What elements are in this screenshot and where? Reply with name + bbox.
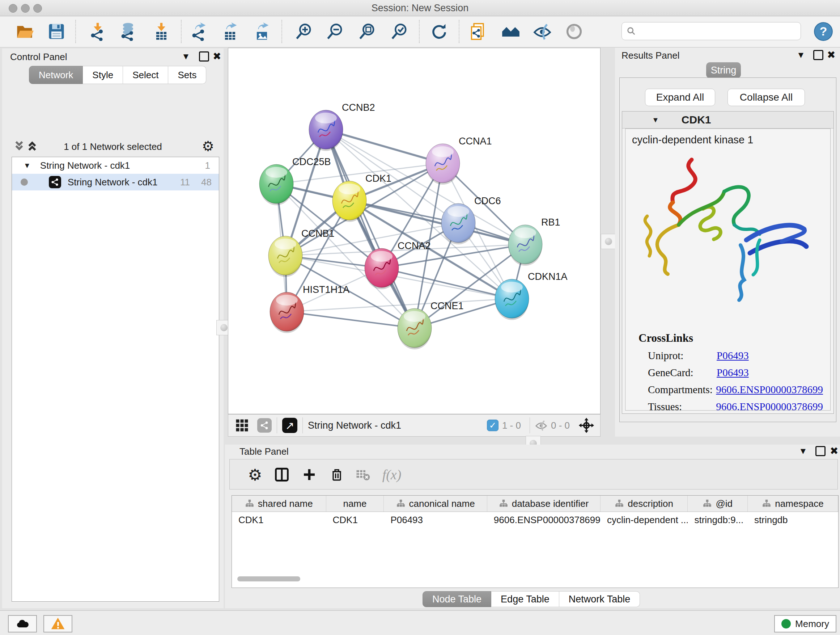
export-table-icon[interactable] xyxy=(220,21,240,42)
column-header[interactable]: @id xyxy=(688,496,748,511)
collection-count: 1 xyxy=(205,160,210,171)
cell-canonical-name[interactable]: P06493 xyxy=(384,512,487,528)
cell-database-identifier[interactable]: 9606.ENSP00000378699 xyxy=(487,512,600,528)
crosslink-link[interactable]: P06493 xyxy=(717,367,749,379)
warnings-button[interactable] xyxy=(43,615,73,632)
export-network-icon[interactable] xyxy=(189,21,209,42)
show-all-icon[interactable] xyxy=(564,21,584,42)
add-column-icon[interactable] xyxy=(299,464,319,485)
tab-network-table[interactable]: Network Table xyxy=(559,591,640,607)
show-columns-icon[interactable] xyxy=(272,464,292,485)
column-header[interactable]: description xyxy=(600,496,688,511)
clone-network-icon[interactable] xyxy=(469,21,489,42)
cell-description[interactable]: cyclin-dependent ... xyxy=(600,512,688,528)
tab-string-results[interactable]: String xyxy=(706,62,741,78)
network-edge[interactable] xyxy=(382,268,512,299)
column-header[interactable]: name xyxy=(326,496,384,511)
table-panel-close-icon[interactable]: ✖ xyxy=(830,446,838,456)
memory-button[interactable]: Memory xyxy=(774,615,836,632)
network-share-view-icon[interactable] xyxy=(257,418,272,432)
zoom-in-icon[interactable] xyxy=(294,21,314,42)
control-panel-float-icon[interactable] xyxy=(199,51,209,62)
results-panel-menu-icon[interactable]: ▼ xyxy=(797,51,805,59)
gene-card-header[interactable]: ▼ CDK1 xyxy=(622,111,834,128)
node-label: RB1 xyxy=(541,217,561,228)
tab-edge-table[interactable]: Edge Table xyxy=(491,591,559,607)
collapse-all-button[interactable]: Collapse All xyxy=(728,89,805,106)
toolbar-separator xyxy=(75,20,76,43)
pan-crosshair-icon[interactable] xyxy=(578,417,594,433)
selected-nodes-checkbox[interactable]: ✓ xyxy=(487,420,499,431)
zoom-fit-icon[interactable] xyxy=(357,21,377,42)
network-collection-row[interactable]: ▼ String Network - cdk1 1 xyxy=(12,157,219,174)
control-panel-menu-icon[interactable]: ▼ xyxy=(182,52,190,61)
network-edge[interactable] xyxy=(349,201,525,244)
network-node-ccnb1[interactable]: CCNB1 xyxy=(268,228,335,277)
grid-view-icon[interactable] xyxy=(235,419,248,432)
tab-select[interactable]: Select xyxy=(123,66,168,84)
cell-id[interactable]: stringdb:9... xyxy=(688,512,748,528)
crosslink-row: Uniprot:P06493 xyxy=(638,350,823,362)
cell-shared-name[interactable]: CDK1 xyxy=(232,512,326,528)
crosslink-link[interactable]: P06493 xyxy=(717,350,749,362)
string-network-graph[interactable]: CCNB2CCNA1CDC25BCDK1CDC6RB1CCNB1CCNA2CDK… xyxy=(228,48,600,414)
column-header[interactable]: database identifier xyxy=(487,496,600,511)
table-row[interactable]: CDK1 CDK1 P06493 9606.ENSP00000378699 cy… xyxy=(232,512,838,528)
crosslink-link[interactable]: 9606.ENSP00000378699 xyxy=(716,384,823,396)
results-panel-float-icon[interactable] xyxy=(813,50,823,60)
cell-namespace[interactable]: stringdb xyxy=(748,512,838,528)
import-table-file-icon[interactable] xyxy=(151,21,172,42)
column-header[interactable]: canonical name xyxy=(384,496,487,511)
gene-symbol: CDK1 xyxy=(682,114,711,126)
network-node-ccne1[interactable]: CCNE1 xyxy=(398,301,464,349)
network-edge[interactable] xyxy=(287,312,415,328)
cloud-status-button[interactable] xyxy=(8,615,37,632)
results-panel-close-icon[interactable]: ✖ xyxy=(827,50,835,60)
table-panel-menu-icon[interactable]: ▼ xyxy=(799,447,807,455)
right-splitter-handle[interactable] xyxy=(601,234,616,249)
network-node-ccna1[interactable]: CCNA1 xyxy=(426,136,492,185)
import-network-database-icon[interactable] xyxy=(118,21,138,42)
network-node-cdkn1a[interactable]: CDKN1A xyxy=(495,271,568,320)
search-input[interactable] xyxy=(640,26,796,37)
help-icon[interactable]: ? xyxy=(813,21,834,42)
network-list-options-gear-icon[interactable]: ⚙ xyxy=(202,138,214,154)
toolbar-separator xyxy=(459,20,459,43)
import-network-file-icon[interactable] xyxy=(88,21,108,42)
network-node-cdk1[interactable]: CDK1 xyxy=(332,173,392,222)
zoom-selected-icon[interactable] xyxy=(389,21,409,42)
delete-column-trash-icon[interactable] xyxy=(327,464,347,485)
network-node-rb1[interactable]: RB1 xyxy=(508,217,561,266)
network-edge[interactable] xyxy=(326,130,443,163)
refresh-icon[interactable] xyxy=(429,21,449,42)
node-table-header: shared name name canonical name database… xyxy=(232,496,838,512)
birdseye-view-icon[interactable]: ↗ xyxy=(282,418,297,433)
expand-all-button[interactable]: Expand All xyxy=(645,89,715,106)
crosslink-label: Tissues: xyxy=(648,401,716,410)
gene-collapse-icon[interactable]: ▼ xyxy=(652,116,659,124)
table-panel-float-icon[interactable] xyxy=(815,446,826,456)
tab-style[interactable]: Style xyxy=(83,66,123,84)
open-session-icon[interactable] xyxy=(14,21,35,42)
export-image-icon[interactable] xyxy=(252,21,272,42)
tab-node-table[interactable]: Node Table xyxy=(423,591,491,607)
network-canvas[interactable]: CCNB2CCNA1CDC25BCDK1CDC6RB1CCNB1CCNA2CDK… xyxy=(228,48,600,414)
first-neighbors-icon[interactable] xyxy=(501,21,521,42)
column-header[interactable]: namespace xyxy=(748,496,838,511)
crosslink-link[interactable]: 9606.ENSP00000378699 xyxy=(716,401,823,410)
search-icon xyxy=(626,26,636,36)
network-edge[interactable] xyxy=(326,130,415,328)
table-options-gear-icon[interactable]: ⚙ xyxy=(245,464,265,485)
tab-sets[interactable]: Sets xyxy=(168,66,206,84)
tab-network[interactable]: Network xyxy=(29,66,83,84)
hide-selected-icon[interactable] xyxy=(532,21,553,42)
zoom-out-icon[interactable] xyxy=(325,21,345,42)
network-row[interactable]: String Network - cdk1 11 48 xyxy=(12,174,219,190)
horizontal-scrollbar-thumb[interactable] xyxy=(237,576,300,581)
save-session-icon[interactable] xyxy=(46,21,66,42)
column-header[interactable]: shared name xyxy=(232,496,326,511)
search-field[interactable] xyxy=(622,22,801,40)
cell-name[interactable]: CDK1 xyxy=(326,512,384,528)
collection-expand-icon[interactable]: ▼ xyxy=(24,162,31,170)
control-panel-close-icon[interactable]: ✖ xyxy=(213,51,221,62)
